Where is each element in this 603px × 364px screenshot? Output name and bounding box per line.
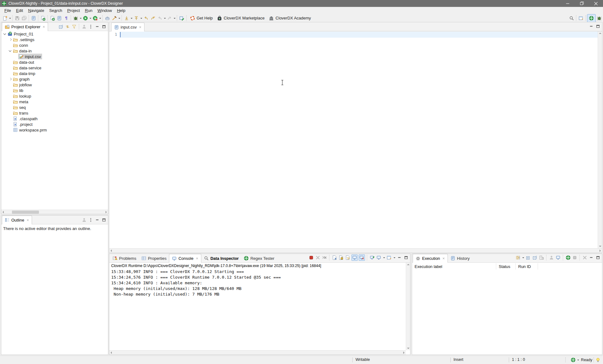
tree-item-folder[interactable]: data-service [1,65,108,71]
toolbox-button[interactable] [104,15,111,22]
get-help-button[interactable]: Get Help [188,15,215,22]
show-stderr-toggle[interactable] [359,254,365,261]
remove-launch-button[interactable] [315,255,321,260]
show-console-button[interactable] [555,255,561,260]
minimize-view-button[interactable] [397,255,402,260]
show-whitespace-button[interactable]: ¶ [63,15,70,22]
menu-search[interactable]: Search [47,8,65,13]
focus-task-button[interactable] [81,217,87,223]
column-run-id[interactable]: Run ID [516,263,540,270]
explorer-horizontal-scrollbar[interactable] [1,210,108,214]
tree-item-folder[interactable]: data-out [1,59,108,65]
word-wrap-button[interactable] [345,255,350,260]
close-tab-icon[interactable] [42,25,45,28]
clover-graph-button[interactable] [40,15,46,22]
close-editor-icon[interactable] [139,26,142,29]
open-console-button[interactable] [386,255,392,260]
scroll-right-arrow[interactable] [403,351,406,354]
chevron-right-icon[interactable] [8,77,13,82]
tree-item-folder[interactable]: conn [1,42,108,48]
scroll-down-arrow[interactable] [599,246,601,248]
new-wizard-dropdown[interactable] [8,15,11,22]
scroll-up-arrow[interactable] [599,31,601,34]
minimize-view-button[interactable] [95,24,100,29]
console-vertical-scrollbar[interactable] [406,263,410,350]
tree-item-project[interactable]: Project_01 [1,31,108,37]
menu-run[interactable]: Run [82,8,95,13]
restore-window-button[interactable] [575,0,589,7]
debug-button[interactable] [72,15,79,22]
tree-item-folder[interactable]: meta [1,99,108,104]
tab-project-explorer[interactable]: Project Explorer [2,22,48,31]
tree-item-folder[interactable]: jobflow [1,82,108,88]
scroll-left-arrow[interactable] [109,249,112,252]
clover-perspective-button[interactable] [587,14,596,22]
tree-mode-button[interactable] [515,255,521,260]
save-button[interactable] [14,15,21,22]
tab-regex-tester[interactable]: Regex Tester [241,254,277,262]
minimize-window-button[interactable] [561,0,575,7]
scrollbar-thumb[interactable] [12,211,39,214]
minimize-view-button[interactable] [589,255,594,260]
maximize-view-button[interactable] [595,255,601,260]
run-button[interactable] [82,15,89,22]
previous-annotation-button[interactable] [133,15,140,22]
open-in-clover-button[interactable] [565,255,571,260]
view-menu-button[interactable] [88,24,94,29]
menu-help[interactable]: Help [114,8,128,13]
close-tab-icon[interactable] [26,219,29,222]
close-tab-icon[interactable] [196,257,198,260]
link-with-editor-button[interactable] [178,15,185,22]
next-annotation-dropdown[interactable] [130,15,133,22]
clover-status-icon[interactable] [571,357,576,362]
open-graph-button[interactable] [30,15,37,22]
close-window-button[interactable] [589,0,603,7]
tree-item-file-selected[interactable]: input.csv [1,54,108,59]
tab-outline[interactable]: Outline [2,216,32,224]
scroll-right-arrow[interactable] [106,211,108,213]
focus-task-button[interactable] [81,24,87,29]
maximize-view-button[interactable] [101,24,107,29]
console-horizontal-scrollbar[interactable] [109,350,406,355]
run-dropdown[interactable] [89,15,92,22]
tree-item-folder[interactable]: .settings [1,37,108,42]
annotation-wand-button[interactable] [111,15,118,22]
column-status[interactable]: Status [496,263,518,270]
tree-item-folder[interactable]: lookup [1,93,108,99]
academy-button[interactable]: CloverDX Academy [267,15,313,22]
link-with-editor-toggle[interactable] [65,24,70,29]
clear-console-button[interactable] [332,255,337,260]
tab-problems[interactable]: Problems [110,254,139,262]
tree-item-folder[interactable]: lib [1,88,108,93]
text-editor[interactable]: 1 [109,31,598,248]
tab-properties[interactable]: Properties [139,254,169,262]
next-annotation-button[interactable] [123,15,130,22]
filter-user-button[interactable] [549,255,554,260]
collapse-all-button[interactable] [532,255,538,260]
tree-mode-dropdown[interactable] [522,254,524,261]
chevron-down-icon[interactable] [3,31,8,36]
label-mode-button[interactable] [539,255,544,260]
remove-execution-button[interactable] [582,255,588,260]
scroll-left-arrow[interactable] [1,211,4,213]
tree-item-file[interactable]: workspace.prm [1,127,108,133]
stop-execution-button[interactable] [572,255,578,260]
collapse-all-button[interactable] [58,24,64,29]
tab-data-inspector[interactable]: Data Inspector [201,254,241,262]
column-execution-label[interactable]: Execution label [412,263,498,270]
editor-horizontal-scrollbar[interactable] [109,248,602,253]
maximize-editor-button[interactable] [595,24,601,29]
forward-history-dropdown[interactable] [173,15,176,22]
tab-history[interactable]: History [448,254,472,262]
tree-item-folder[interactable]: trans [1,110,108,116]
back-history-dropdown[interactable] [163,15,166,22]
scroll-down-arrow[interactable] [407,348,410,350]
maximize-view-button[interactable] [403,255,409,260]
scroll-right-arrow[interactable] [600,249,602,252]
display-selected-console-button[interactable] [376,255,382,260]
debug-dropdown[interactable] [79,15,82,22]
new-wizard-button[interactable] [2,15,8,22]
profile-run-dropdown[interactable] [99,15,101,22]
menu-window[interactable]: Window [95,8,114,13]
editor-vertical-scrollbar[interactable] [598,31,602,248]
